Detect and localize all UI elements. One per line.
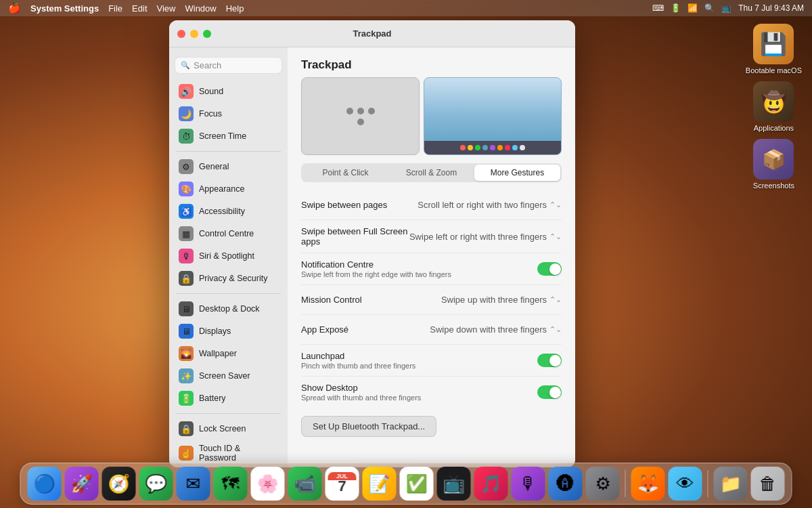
sidebar-item-focus[interactable]: 🌙 Focus	[172, 103, 285, 125]
sidebar-item-sound[interactable]: 🔊 Sound	[172, 81, 285, 102]
desktop-icon-screenshots[interactable]: 📦 Screenshots	[753, 139, 794, 190]
wifi-icon: 📶	[687, 3, 698, 13]
minimize-button[interactable]	[190, 30, 198, 38]
sidebar-item-siri-spotlight[interactable]: 🎙 Siri & Spotlight	[172, 245, 285, 267]
mission-control-chevron: ⌃⌄	[549, 295, 562, 304]
sidebar: 🔍 Search 🔊 Sound 🌙 Focus ⏱ Screen Time ⚙…	[169, 47, 288, 467]
sidebar-label-general: General	[199, 162, 229, 171]
sidebar-label-siri-spotlight: Siri & Spotlight	[199, 251, 254, 261]
dock-icon-preview[interactable]: 👁	[669, 467, 702, 501]
dock-icon-files[interactable]: 📁	[714, 467, 748, 501]
launchpad-left: Launchpad Pinch with thumb and three fin…	[301, 351, 537, 370]
sidebar-item-displays[interactable]: 🖥 Displays	[172, 320, 285, 342]
menubar-window[interactable]: Window	[185, 3, 216, 14]
setting-row-show-desktop: Show Desktop Spread with thumb and three…	[301, 377, 562, 408]
sidebar-separator-1	[176, 151, 281, 152]
search-placeholder[interactable]: Search	[194, 60, 276, 70]
swipe-pages-value-text: Scroll left or right with two fingers	[418, 200, 547, 210]
sidebar-item-screen-saver[interactable]: ✨ Screen Saver	[172, 365, 285, 387]
apple-menu-icon[interactable]: 🍎	[8, 2, 21, 14]
appearance-icon: 🎨	[179, 182, 194, 196]
sidebar-item-screen-time[interactable]: ⏱ Screen Time	[172, 125, 285, 147]
sidebar-item-control-centre[interactable]: ▦ Control Centre	[172, 223, 285, 245]
menubar-file[interactable]: File	[108, 3, 122, 14]
mission-control-left: Mission Control	[301, 295, 441, 305]
tab-more-gestures[interactable]: More Gestures	[474, 165, 560, 181]
dock-icon-maps[interactable]: 🗺	[214, 467, 248, 501]
sidebar-label-lock-screen: Lock Screen	[199, 424, 246, 433]
menubar-edit[interactable]: Edit	[132, 3, 147, 14]
desktop-icons: 💾 Bootable macOS 🤠 Applications 📦 Screen…	[746, 24, 802, 190]
sidebar-item-privacy-security[interactable]: 🔒 Privacy & Security	[172, 268, 285, 289]
sidebar-separator-2	[176, 293, 281, 294]
mission-control-value[interactable]: Swipe up with three fingers ⌃⌄	[441, 295, 562, 305]
dock-icon-appstore[interactable]: 🅐	[549, 467, 583, 501]
desktop-icon-applications-label: Applications	[754, 124, 794, 132]
dock-icon-firefox[interactable]: 🦊	[631, 467, 665, 501]
dock-icon-mail[interactable]: ✉	[177, 467, 210, 501]
window-body: 🔍 Search 🔊 Sound 🌙 Focus ⏱ Screen Time ⚙…	[169, 47, 575, 467]
sidebar-label-desktop-dock: Desktop & Dock	[199, 304, 260, 314]
sidebar-item-battery[interactable]: 🔋 Battery	[172, 387, 285, 409]
notification-centre-toggle[interactable]	[537, 262, 562, 276]
sidebar-label-focus: Focus	[199, 109, 222, 119]
app-expose-value[interactable]: Swipe down with three fingers ⌃⌄	[430, 324, 562, 335]
bluetooth-trackpad-button[interactable]: Set Up Bluetooth Trackpad...	[301, 416, 436, 437]
dock-icon-appletv[interactable]: 📺	[437, 467, 471, 501]
show-desktop-toggle[interactable]	[537, 385, 562, 399]
dock-icon-trash[interactable]: 🗑	[751, 467, 785, 501]
dock-icon-reminders[interactable]: ✅	[400, 467, 434, 501]
trackpad-preview-left	[301, 77, 420, 155]
close-button[interactable]	[177, 30, 185, 38]
menubar-right: ⌨ 🔋 📶 🔍 📺 Thu 7 Jul 9:43 AM	[652, 3, 804, 13]
swipe-full-screen-value[interactable]: Swipe left or right with three fingers ⌃…	[409, 232, 562, 242]
dock-icon-calendar[interactable]: JUL 7	[325, 467, 359, 501]
desktop-icon-bootable[interactable]: 💾 Bootable macOS	[746, 24, 802, 75]
mission-control-value-text: Swipe up with three fingers	[441, 295, 547, 305]
sidebar-label-battery: Battery	[199, 394, 226, 403]
dock-icon-notes[interactable]: 📝	[363, 467, 397, 501]
sidebar-item-accessibility[interactable]: ♿ Accessibility	[172, 200, 285, 222]
menubar-app-name[interactable]: System Settings	[30, 3, 99, 14]
tab-more-gestures-label: More Gestures	[491, 168, 544, 177]
preview-area	[288, 77, 575, 163]
page-title: Trackpad	[288, 47, 575, 77]
sidebar-item-general[interactable]: ⚙ General	[172, 156, 285, 177]
launchpad-sublabel: Pinch with thumb and three fingers	[301, 362, 537, 370]
trackpad-dots	[346, 108, 375, 125]
swipe-pages-value[interactable]: Scroll left or right with two fingers ⌃⌄	[418, 200, 562, 210]
app-expose-left: App Exposé	[301, 324, 430, 335]
privacy-icon: 🔒	[179, 271, 194, 286]
dock-icon-finder[interactable]: 🔵	[28, 467, 62, 501]
menubar-help[interactable]: Help	[226, 3, 244, 14]
tab-scroll-zoom[interactable]: Scroll & Zoom	[388, 165, 474, 181]
dock-icon-settings[interactable]: ⚙	[586, 467, 620, 501]
sidebar-item-desktop-dock[interactable]: 🖥 Desktop & Dock	[172, 298, 285, 320]
dock-icon-music[interactable]: 🎵	[474, 467, 508, 501]
dock-icon-launchpad[interactable]: 🚀	[65, 467, 99, 501]
dot-1	[346, 108, 353, 114]
color-blue	[482, 145, 488, 150]
sidebar-item-wallpaper[interactable]: 🌄 Wallpaper	[172, 343, 285, 364]
search-menubar-icon[interactable]: 🔍	[704, 3, 715, 13]
tab-point-click[interactable]: Point & Click	[302, 165, 388, 181]
setting-row-app-expose: App Exposé Swipe down with three fingers…	[301, 315, 562, 345]
dock-icon-facetime[interactable]: 📹	[288, 467, 322, 501]
menubar-view[interactable]: View	[157, 3, 176, 14]
displays-icon: 🖥	[179, 324, 194, 339]
dock-icon-photos[interactable]: 🌸	[251, 467, 285, 501]
dock-icon-podcasts[interactable]: 🎙	[512, 467, 545, 501]
dock-icon-messages[interactable]: 💬	[139, 467, 173, 501]
search-box[interactable]: 🔍 Search	[175, 57, 282, 74]
screen-saver-icon: ✨	[179, 368, 194, 383]
sidebar-item-lock-screen[interactable]: 🔒 Lock Screen	[172, 418, 285, 440]
dock-icon-compass[interactable]: 🧭	[102, 467, 136, 501]
wallpaper-icon: 🌄	[179, 346, 194, 361]
mission-control-label: Mission Control	[301, 295, 441, 305]
lock-screen-icon: 🔒	[179, 421, 194, 436]
maximize-button[interactable]	[203, 30, 211, 38]
sidebar-item-appearance[interactable]: 🎨 Appearance	[172, 178, 285, 200]
desktop-icon-applications[interactable]: 🤠 Applications	[753, 81, 794, 132]
sidebar-label-sound: Sound	[199, 87, 223, 96]
launchpad-toggle[interactable]	[537, 354, 562, 367]
